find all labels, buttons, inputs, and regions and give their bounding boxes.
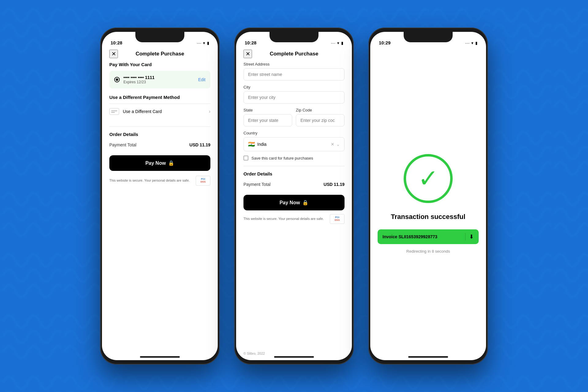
battery-icon-2: ▮ <box>341 41 343 45</box>
order-section-2: Order Details Payment Total USD 11.19 <box>243 171 345 189</box>
pay-now-button-2[interactable]: Pay Now 🔒 <box>243 195 345 210</box>
home-indicator-2 <box>274 356 314 358</box>
save-card-label: Save this card for future purchases <box>251 156 313 160</box>
street-address-input[interactable] <box>243 68 345 81</box>
pay-with-card-label: Pay With Your Card <box>109 62 210 67</box>
card-icon-lines <box>111 111 117 113</box>
card-info: •••• •••• •••• 1111 Expires 12/23 <box>123 75 155 84</box>
security-notice-2: This website is secure. Your personal de… <box>243 214 345 224</box>
screen-title-2: Complete Purchase <box>270 51 318 57</box>
diff-payment-left: Use a Different Card <box>109 108 162 115</box>
order-details-label-1: Order Details <box>109 132 210 137</box>
close-button-2[interactable]: ✕ <box>243 50 252 58</box>
home-indicator-3 <box>408 356 448 358</box>
country-value: India <box>257 142 266 147</box>
clear-icon[interactable]: ✕ <box>331 142 334 147</box>
divider-1 <box>109 126 210 127</box>
status-icons-3: ···· ▾ ▮ <box>465 41 477 45</box>
country-left: 🇮🇳 India <box>248 141 266 148</box>
edit-button[interactable]: Edit <box>198 77 205 82</box>
zip-input[interactable] <box>296 114 345 126</box>
country-group: Country 🇮🇳 India ✕ ⌄ <box>243 131 345 151</box>
different-payment-section: Use a Different Payment Method Use a Dif… <box>109 95 210 119</box>
payment-amount-2: USD 11.19 <box>324 182 345 187</box>
home-indicator-1 <box>140 356 180 358</box>
security-text-1: This website is secure. Your personal de… <box>109 178 190 183</box>
card-line-1 <box>111 111 117 111</box>
status-time-1: 10:28 <box>111 40 122 45</box>
pay-now-button-1[interactable]: Pay Now 🔒 <box>109 155 210 171</box>
payment-amount-1: USD 11.19 <box>190 142 210 147</box>
screen-header-2: ✕ Complete Purchase <box>236 47 352 62</box>
status-icons-1: ···· ▾ ▮ <box>197 41 209 45</box>
phone-2: 10:28 ···· ▾ ▮ ✕ Complete Purchase Stree… <box>234 28 354 364</box>
phone-3-screen: 10:29 ···· ▾ ▮ ✓ Transaction successful … <box>370 32 486 360</box>
pci-badge-1: PCIDSS <box>196 176 210 186</box>
order-details-label-2: Order Details <box>243 171 345 176</box>
notch-3 <box>404 32 453 42</box>
save-card-checkbox[interactable] <box>243 156 248 160</box>
street-address-group: Street Address <box>243 62 345 81</box>
wifi-icon: ▾ <box>203 41 205 45</box>
payment-total-label-2: Payment Total <box>243 182 270 187</box>
india-flag-icon: 🇮🇳 <box>248 141 255 148</box>
signal-icon: ···· <box>197 41 201 45</box>
card-left: •••• •••• •••• 1111 Expires 12/23 <box>114 75 155 84</box>
security-text-2: This website is secure. Your personal de… <box>243 217 324 221</box>
card-icon <box>109 108 119 115</box>
radio-selected[interactable] <box>114 77 120 82</box>
country-right: ✕ ⌄ <box>331 142 340 147</box>
state-input[interactable] <box>243 114 292 126</box>
download-icon[interactable]: ⬇ <box>469 233 474 240</box>
status-time-2: 10:28 <box>245 40 256 45</box>
pci-badge-2: PCIDSS <box>330 214 345 224</box>
invoice-bar: Invoice SLII1653929928773 ⬇ <box>378 229 479 244</box>
screen-content-1: Pay With Your Card •••• •••• •••• 1111 E… <box>102 62 218 360</box>
city-input[interactable] <box>243 91 345 104</box>
chevron-right-icon: › <box>209 109 210 114</box>
wifi-icon-2: ▾ <box>337 41 339 45</box>
security-notice-1: This website is secure. Your personal de… <box>109 176 210 186</box>
order-row-1: Payment Total USD 11.19 <box>109 141 210 149</box>
card-expiry: Expires 12/23 <box>123 80 155 84</box>
payment-total-label-1: Payment Total <box>109 142 136 147</box>
screen-header-1: ✕ Complete Purchase <box>102 47 218 62</box>
invoice-text: Invoice SLII1653929928773 <box>383 234 462 239</box>
city-group: City <box>243 85 345 104</box>
screen-title-1: Complete Purchase <box>136 51 184 57</box>
zip-group: Zip Code <box>296 108 345 126</box>
wifi-icon-3: ▾ <box>471 41 473 45</box>
invoice-divider <box>465 233 466 240</box>
state-group: State <box>243 108 292 126</box>
card-line-2 <box>111 112 115 113</box>
state-zip-row: State Zip Code <box>243 108 345 131</box>
zip-label: Zip Code <box>296 108 345 112</box>
close-button-1[interactable]: ✕ <box>109 50 118 58</box>
state-label: State <box>243 108 292 112</box>
notch-1 <box>135 32 184 42</box>
copyright: © Slibro, 2022 <box>243 349 345 355</box>
divider-2 <box>243 166 345 166</box>
street-address-label: Street Address <box>243 62 345 66</box>
success-screen: ✓ Transaction successful Invoice SLII165… <box>370 47 486 360</box>
different-payment-label: Use a Different Payment Method <box>109 95 210 100</box>
city-label: City <box>243 85 345 89</box>
signal-icon-3: ···· <box>465 41 469 45</box>
phone-2-screen: 10:28 ···· ▾ ▮ ✕ Complete Purchase Stree… <box>236 32 352 360</box>
country-selector[interactable]: 🇮🇳 India ✕ ⌄ <box>243 137 345 151</box>
country-label: Country <box>243 131 345 135</box>
checkmark-icon: ✓ <box>418 166 439 191</box>
use-different-card-row[interactable]: Use a Different Card › <box>109 104 210 119</box>
status-icons-2: ···· ▾ ▮ <box>331 41 343 45</box>
save-card-row[interactable]: Save this card for future purchases <box>243 156 345 160</box>
chevron-down-icon: ⌄ <box>336 142 340 147</box>
phone-1-screen: 10:28 ···· ▾ ▮ ✕ Complete Purchase Pay W… <box>102 32 218 360</box>
card-item: •••• •••• •••• 1111 Expires 12/23 Edit <box>109 71 210 89</box>
card-number: •••• •••• •••• 1111 <box>123 75 155 80</box>
order-row-2: Payment Total USD 11.19 <box>243 180 345 189</box>
lock-icon-2: 🔒 <box>302 200 308 205</box>
different-card-label: Use a Different Card <box>123 109 162 114</box>
lock-icon-1: 🔒 <box>168 160 174 166</box>
screen2-content: Street Address City State Zip Code <box>236 62 352 360</box>
pay-now-label-1: Pay Now <box>145 160 166 166</box>
